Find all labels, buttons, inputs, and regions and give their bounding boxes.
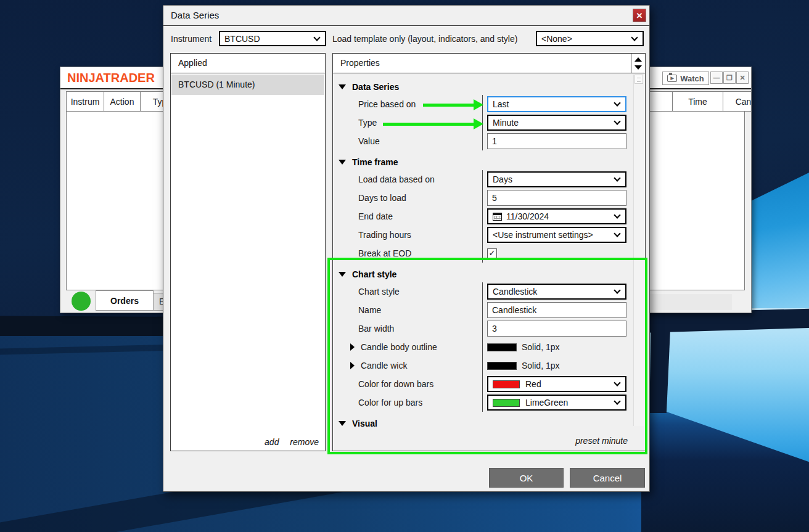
instrument-value: BTCUSD xyxy=(224,34,260,44)
property-label: Color for down bars xyxy=(334,375,482,393)
properties-scrollbar[interactable] xyxy=(633,75,644,426)
row-value: Value 1 xyxy=(334,132,632,150)
end-date-value: 11/30/2024 xyxy=(506,211,549,221)
calendar-icon xyxy=(493,213,502,221)
data-series-dialog: Data Series ✕ Instrument BTCUSD Load tem… xyxy=(163,5,650,492)
row-name: Name Candlestick xyxy=(334,301,632,319)
applied-panel: Applied BTCUSD (1 Minute) add remove xyxy=(170,53,326,451)
close-icon: ✕ xyxy=(636,11,643,20)
chart-style-value: Candlestick xyxy=(493,287,537,297)
property-label: Trading hours xyxy=(334,226,482,244)
column-header-action[interactable]: Action xyxy=(104,91,141,112)
watch-button[interactable]: ▶ Watch xyxy=(662,72,709,85)
section-time-frame[interactable]: Time frame xyxy=(334,154,632,170)
close-icon: ✕ xyxy=(739,74,745,82)
candle-body-outline-swatch[interactable] xyxy=(487,343,517,351)
trading-hours-value: <Use instrument settings> xyxy=(493,230,593,240)
trading-hours-dropdown[interactable]: <Use instrument settings> xyxy=(487,227,626,243)
minimize-button[interactable]: — xyxy=(710,72,723,84)
row-bar-width: Bar width 3 xyxy=(334,319,632,338)
row-break-at-eod: Break at EOD ✓ xyxy=(334,244,632,263)
expand-triangle-icon xyxy=(350,362,355,369)
add-link[interactable]: add xyxy=(265,437,279,447)
collapse-triangle-icon xyxy=(339,272,346,277)
section-data-series[interactable]: Data Series xyxy=(334,79,632,95)
column-header-cancel[interactable]: Cancel xyxy=(723,91,752,112)
scroll-up-icon[interactable] xyxy=(634,57,642,62)
up-bars-color-value: LimeGreen xyxy=(525,398,568,407)
price-based-on-dropdown[interactable]: Last xyxy=(487,96,626,112)
scrollbar-thumb[interactable] xyxy=(634,75,643,84)
row-color-up-bars: Color for up bars LimeGreen xyxy=(334,393,632,412)
candle-body-outline-value: Solid, 1px xyxy=(522,342,559,352)
ninjatrader-logo: NINJATRADER xyxy=(67,71,155,85)
property-label: Value xyxy=(334,132,482,150)
collapse-triangle-icon xyxy=(339,421,346,426)
property-label: Color for up bars xyxy=(334,393,482,412)
color-up-bars-dropdown[interactable]: LimeGreen xyxy=(487,395,626,411)
color-down-bars-dropdown[interactable]: Red xyxy=(487,376,626,392)
name-input[interactable]: Candlestick xyxy=(487,302,626,318)
type-value: Minute xyxy=(493,118,519,128)
load-data-based-on-dropdown[interactable]: Days xyxy=(487,171,626,187)
row-days-to-load: Days to load 5 xyxy=(334,189,632,207)
property-label: Load data based on xyxy=(334,170,482,189)
chevron-down-icon xyxy=(614,398,620,404)
bar-width-input[interactable]: 3 xyxy=(487,321,626,337)
row-color-down-bars: Color for down bars Red xyxy=(334,375,632,393)
days-to-load-input[interactable]: 5 xyxy=(487,190,626,206)
dialog-close-button[interactable]: ✕ xyxy=(633,9,646,22)
row-chart-style: Chart style Candlestick xyxy=(334,282,632,301)
row-trading-hours: Trading hours <Use instrument settings> xyxy=(334,226,632,244)
cancel-button[interactable]: Cancel xyxy=(570,468,645,488)
chevron-down-icon xyxy=(614,174,620,181)
preset-label[interactable]: preset minute xyxy=(575,436,628,446)
property-label: End date xyxy=(334,207,482,226)
property-label: Bar width xyxy=(334,319,482,338)
section-title: Chart style xyxy=(352,269,396,279)
chevron-down-icon xyxy=(614,211,620,218)
applied-series-item[interactable]: BTCUSD (1 Minute) xyxy=(171,75,324,95)
row-load-data-based-on: Load data based on Days xyxy=(334,170,632,189)
expand-triangle-icon xyxy=(350,343,355,351)
tab-orders[interactable]: Orders xyxy=(96,290,154,311)
applied-header: Applied xyxy=(171,54,325,73)
properties-grid: Data Series Price based on Last Type Min… xyxy=(334,74,632,427)
value-text: 1 xyxy=(492,136,497,146)
load-data-value: Days xyxy=(493,174,512,184)
chart-style-dropdown[interactable]: Candlestick xyxy=(487,284,626,300)
watch-button-label: Watch xyxy=(680,74,704,83)
scroll-spinner xyxy=(631,54,645,73)
property-label[interactable]: Candle wick xyxy=(334,356,482,375)
maximize-button[interactable]: ❐ xyxy=(723,72,736,84)
template-label: Load template only (layout, indicators, … xyxy=(332,34,517,44)
property-label[interactable]: Candle body outline xyxy=(334,338,482,356)
chevron-down-icon xyxy=(631,34,638,41)
section-chart-style[interactable]: Chart style xyxy=(334,266,632,282)
ok-button[interactable]: OK xyxy=(489,468,564,488)
candle-wick-swatch[interactable] xyxy=(487,362,517,370)
column-header-time[interactable]: Time xyxy=(672,91,723,112)
type-dropdown[interactable]: Minute xyxy=(487,115,626,131)
properties-panel: Properties Data Series Price based on La… xyxy=(332,53,646,451)
applied-links: add remove xyxy=(256,437,319,447)
remove-link[interactable]: remove xyxy=(290,437,319,447)
dialog-titlebar[interactable]: Data Series ✕ xyxy=(163,6,649,26)
column-header-instrument[interactable]: Instrum xyxy=(66,91,104,112)
template-dropdown[interactable]: <None> xyxy=(536,31,644,46)
bar-width-text: 3 xyxy=(492,324,497,334)
break-at-eod-checkbox[interactable]: ✓ xyxy=(487,248,497,258)
watch-tv-icon: ▶ xyxy=(667,75,677,82)
section-title: Visual xyxy=(352,419,377,427)
value-input[interactable]: 1 xyxy=(487,133,626,149)
candle-wick-value: Solid, 1px xyxy=(522,361,559,370)
scroll-down-icon[interactable] xyxy=(634,65,642,70)
chevron-down-icon xyxy=(614,118,620,125)
instrument-dropdown[interactable]: BTCUSD xyxy=(219,31,326,46)
end-date-dropdown[interactable]: 11/30/2024 xyxy=(487,208,626,224)
section-visual[interactable]: Visual xyxy=(334,415,632,427)
row-end-date: End date 11/30/2024 xyxy=(334,207,632,226)
collapse-triangle-icon xyxy=(339,160,346,165)
close-button[interactable]: ✕ xyxy=(736,72,749,84)
row-type: Type Minute xyxy=(334,113,632,132)
